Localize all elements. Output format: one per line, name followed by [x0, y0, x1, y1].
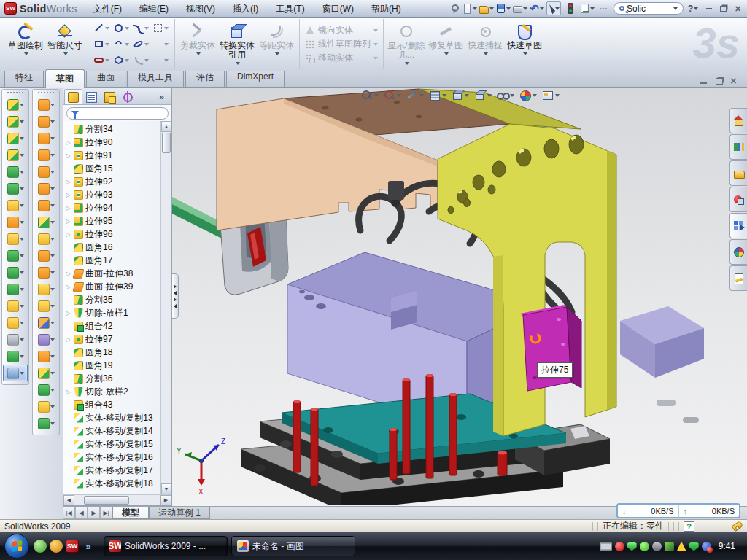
feature-tree-item[interactable]: 圆角19 — [65, 359, 160, 372]
tool-icon[interactable] — [3, 163, 28, 180]
tab-nav-icon[interactable]: ▶ — [88, 507, 100, 519]
sketch-tool-icon[interactable] — [112, 52, 131, 69]
feature-tree-item[interactable]: 圆角17 — [65, 254, 160, 267]
search-input[interactable]: Solic — [614, 2, 684, 15]
toolbar-grip[interactable] — [37, 91, 55, 95]
toolbar-button[interactable]: 快速捕捉 — [466, 20, 504, 68]
feature-tree-item[interactable]: 圆角16 — [65, 241, 160, 254]
view-tool-icon[interactable] — [517, 88, 538, 102]
expand-arrow-icon[interactable]: ▷ — [65, 231, 71, 238]
document-tab[interactable]: 模型 — [112, 507, 149, 519]
help-button[interactable]: ? — [686, 1, 700, 15]
open-document-button[interactable] — [479, 1, 494, 15]
panel-tab[interactable] — [82, 89, 101, 104]
quick-tips-icon[interactable]: ? — [684, 521, 694, 532]
feature-tree-item[interactable]: ▷ 拉伸92 — [65, 175, 160, 188]
toolbar-menu-button[interactable]: 移动实体 — [303, 52, 380, 65]
tray-icon[interactable] — [652, 542, 662, 551]
feature-tree-item[interactable]: ▷ 曲面-拉伸38 — [65, 267, 160, 280]
doc-restore-button[interactable] — [715, 77, 724, 85]
print-button[interactable] — [513, 1, 527, 15]
feature-tree-item[interactable]: ▷ 拉伸97 — [65, 332, 160, 346]
expand-arrow-icon[interactable]: ▷ — [65, 192, 71, 198]
sketch-tool-icon[interactable] — [151, 20, 171, 36]
quick-launch-icon[interactable] — [34, 540, 47, 553]
feature-tree-item[interactable]: 圆角15 — [65, 162, 160, 175]
tool-icon[interactable] — [34, 348, 58, 365]
panel-tab[interactable] — [119, 89, 137, 104]
sketch-tool-icon[interactable] — [92, 52, 112, 69]
menu-item[interactable]: 帮助(H) — [363, 0, 410, 17]
tool-icon[interactable] — [34, 398, 58, 415]
tab-nav-icon[interactable]: ▶| — [100, 507, 112, 519]
quick-launch-icon[interactable]: » — [82, 540, 95, 553]
tool-icon[interactable] — [3, 331, 28, 348]
feature-tree-item[interactable]: ▷ 拉伸94 — [65, 201, 160, 214]
task-pane-tab[interactable] — [729, 108, 747, 133]
tool-icon[interactable] — [3, 247, 28, 264]
tool-icon[interactable] — [34, 197, 58, 214]
doc-close-button[interactable]: × — [730, 77, 740, 85]
tray-icon[interactable] — [615, 542, 624, 551]
feature-tree-item[interactable]: 分割34 — [65, 122, 160, 136]
toolbar-button[interactable]: 智能尺寸 — [46, 20, 84, 68]
tool-icon[interactable] — [3, 197, 28, 214]
feature-tree-item[interactable]: ▷ 曲面-拉伸39 — [65, 280, 160, 293]
feature-tree-item[interactable]: 实体-移动/复制14 — [65, 424, 160, 438]
tool-icon[interactable] — [3, 264, 28, 281]
expand-arrow-icon[interactable]: ▷ — [65, 179, 71, 185]
view-tool-icon[interactable] — [359, 88, 380, 102]
view-tool-icon[interactable] — [495, 88, 516, 102]
feature-tree-item[interactable]: 实体-移动/复制16 — [65, 451, 160, 464]
toolbar-button[interactable]: 显示/删除几... — [387, 20, 425, 68]
tool-icon[interactable] — [34, 130, 58, 147]
tool-icon[interactable] — [3, 298, 28, 314]
tray-icon[interactable] — [689, 542, 699, 551]
taskbar-task-button[interactable]: SW SolidWorks 2009 - ... — [104, 536, 228, 556]
sketch-tool-icon[interactable] — [151, 52, 171, 69]
toolbar-button[interactable]: 修复草图 — [427, 20, 465, 68]
tool-icon[interactable] — [34, 264, 58, 281]
tool-icon[interactable] — [3, 281, 28, 298]
menu-item[interactable]: 插入(I) — [224, 0, 267, 17]
tool-icon[interactable] — [3, 96, 28, 113]
select-button[interactable] — [546, 1, 561, 15]
taskbar-task-button[interactable]: 未命名 - 画图 — [231, 536, 355, 556]
view-tool-icon[interactable] — [382, 88, 403, 102]
view-tool-icon[interactable] — [472, 88, 493, 102]
sketch-tool-icon[interactable] — [131, 52, 151, 69]
tool-icon[interactable] — [3, 147, 28, 163]
sketch-tool-icon[interactable] — [131, 20, 151, 36]
tool-icon[interactable] — [34, 331, 58, 348]
sketch-tool-icon[interactable] — [92, 20, 112, 36]
sketch-tool-icon[interactable] — [112, 36, 131, 52]
tool-icon[interactable] — [34, 314, 58, 331]
magenta-block-part[interactable] — [520, 305, 581, 391]
feature-tree-item[interactable]: 实体-移动/复制13 — [65, 411, 160, 424]
feature-tree-item[interactable]: 圆角18 — [65, 346, 160, 359]
graphics-area[interactable]: Y Z X — [172, 88, 747, 506]
tree-filter-input[interactable] — [66, 107, 169, 120]
tool-icon[interactable] — [3, 113, 28, 130]
expand-arrow-icon[interactable]: ▷ — [65, 205, 71, 211]
toolbar-menu-button[interactable]: 镜向实体 — [303, 24, 380, 37]
tag-icon[interactable] — [732, 521, 744, 532]
tree-vertical-scrollbar[interactable]: ▲ ▼ — [160, 121, 171, 494]
sketch-tool-icon[interactable] — [112, 20, 131, 36]
view-tool-icon[interactable] — [540, 88, 561, 102]
tool-icon[interactable] — [3, 230, 28, 247]
expand-arrow-icon[interactable]: ▷ — [65, 389, 71, 395]
sketch-tool-icon[interactable] — [151, 36, 171, 52]
expand-arrow-icon[interactable]: ▷ — [65, 310, 71, 316]
options-button[interactable] — [580, 1, 595, 15]
lavender-wing-part[interactable] — [620, 306, 704, 378]
feature-tree-item[interactable]: ▷ 拉伸91 — [65, 149, 160, 162]
expand-arrow-icon[interactable]: ▷ — [65, 139, 71, 146]
feature-tree-item[interactable]: 实体-移动/复制18 — [65, 477, 160, 490]
expand-arrow-icon[interactable]: ▷ — [65, 271, 71, 277]
save-button[interactable] — [496, 1, 511, 15]
tab-nav-icon[interactable]: ◀ — [75, 507, 88, 519]
tool-icon[interactable] — [34, 113, 58, 130]
toolbar-menu-button[interactable]: 线性草图阵列 — [303, 38, 380, 51]
tool-icon[interactable] — [34, 281, 58, 298]
